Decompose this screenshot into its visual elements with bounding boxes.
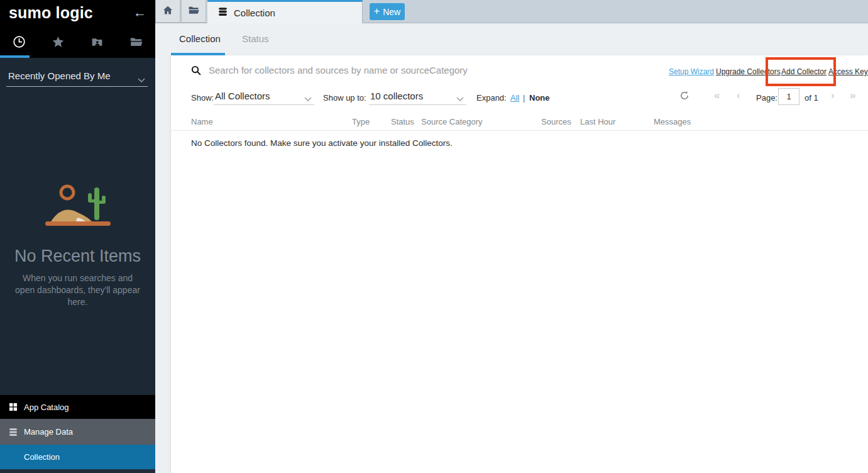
chevron-down-icon [456,94,464,104]
new-button[interactable]: + New [370,3,405,20]
setup-wizard-link[interactable]: Setup Wizard [669,67,714,76]
show-up-to-dropdown-value: 10 collectors [370,91,423,101]
filter-row: Show: All Collectors Show up to: 10 coll… [171,85,868,113]
database-icon [8,427,18,437]
show-dropdown-value: All Collectors [215,91,270,101]
sidebar-item-manage-data[interactable]: Manage Data [0,419,155,445]
star-icon [52,35,65,51]
home-icon [162,4,173,18]
sidebar-item-app-catalog[interactable]: App Catalog [0,395,155,419]
access-keys-link[interactable]: Access Keys [828,67,868,76]
expand-separator: | [523,93,525,103]
nav-tab-library[interactable] [116,28,155,58]
expand-none-link[interactable]: None [529,93,550,103]
sidebar-item-label: App Catalog [24,403,69,412]
column-header-name[interactable]: Name [191,117,213,126]
add-collector-link[interactable]: Add Collector [781,67,827,76]
chevron-down-icon [138,74,145,86]
sidebar: sumo logic ← [0,0,155,473]
no-collectors-message: No Collectors found. Make sure you activ… [191,138,453,148]
top-tab-bar: Collection + New [155,0,868,23]
sidebar-body: Recently Opened By Me [0,58,155,473]
expand-all-link[interactable]: All [510,93,519,103]
library-tab-button[interactable] [181,0,206,23]
collapse-sidebar-icon[interactable]: ← [133,5,146,20]
empty-state-title: No Recent Items [0,247,155,266]
collection-tab[interactable]: Collection [207,0,363,23]
first-page-button[interactable]: « [714,90,720,101]
main-area: Collection + New Collection Status Setup… [155,0,868,473]
open-folder-icon [129,35,143,51]
next-page-button[interactable]: › [831,90,835,101]
new-button-label: New [383,7,400,17]
plus-icon: + [374,6,380,17]
sidebar-item-label: Collection [24,452,60,462]
nav-tab-recent[interactable] [0,28,39,58]
upgrade-collectors-link[interactable]: Upgrade Collectors [716,67,781,76]
page-of-label: of 1 [805,93,818,103]
column-header-sources[interactable]: Sources [541,117,571,126]
subtab-row: Collection Status [155,23,868,55]
column-header-last-hour[interactable]: Last Hour [580,117,615,126]
column-header-messages[interactable]: Messages [654,117,691,126]
last-page-button[interactable]: » [850,90,855,101]
sidebar-item-collection[interactable]: Collection [0,445,155,469]
logo-bar: sumo logic ← [0,0,155,28]
open-folder-icon [188,4,199,18]
column-header-source-category[interactable]: Source Category [421,117,483,126]
recent-empty-state: No Recent Items When you run searches an… [0,181,155,308]
column-header-status[interactable]: Status [391,117,414,126]
home-tab-button[interactable] [155,0,180,23]
empty-state-description: When you run searches and open dashboard… [12,272,144,308]
sumo-logic-logo: sumo logic [9,4,93,22]
show-up-to-dropdown[interactable]: 10 collectors [369,89,466,105]
show-label: Show: [191,93,214,103]
refresh-icon[interactable] [679,90,690,101]
sidebar-nav-tabs [0,28,155,58]
desert-illustration [43,181,113,230]
page-number-input[interactable] [778,88,799,105]
app-window: sumo logic ← [0,0,868,473]
recently-opened-dropdown[interactable]: Recently Opened By Me [6,69,148,87]
database-icon [207,6,228,19]
recently-opened-label: Recently Opened By Me [8,70,111,81]
page-label: Page: [756,93,777,103]
sidebar-item-label: Manage Data [24,427,73,437]
prev-page-button[interactable]: ‹ [737,90,740,101]
tab-title: Collection [234,8,275,18]
nav-tab-favorites[interactable] [39,28,78,58]
show-up-to-label: Show up to: [323,93,366,103]
personal-folder-icon [91,35,104,51]
search-input[interactable] [209,60,611,79]
search-icon [190,65,202,76]
chevron-down-icon [304,94,312,104]
nav-tab-personal[interactable] [78,28,117,58]
expand-label: Expand: [476,93,507,103]
sidebar-footer-strip [0,469,155,473]
subtab-status[interactable]: Status [242,33,269,44]
clock-icon [13,35,26,51]
collection-panel: Setup Wizard Upgrade Collectors Add Coll… [171,55,868,473]
show-dropdown[interactable]: All Collectors [214,89,314,105]
subtab-collection[interactable]: Collection [179,33,221,44]
app-grid-icon [8,402,18,412]
column-header-type[interactable]: Type [352,117,370,126]
sidebar-bottom-menu: App Catalog Manage Data Collection [0,395,155,469]
collectors-table-header: Name Type Status Source Category Sources… [171,115,868,131]
